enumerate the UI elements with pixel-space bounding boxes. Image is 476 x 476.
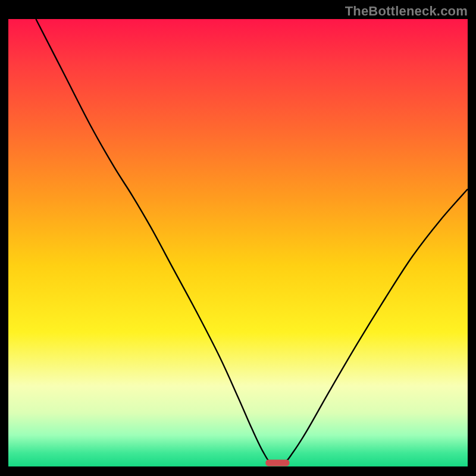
- plot-area: [8, 19, 468, 466]
- watermark-text: TheBottleneck.com: [345, 4, 468, 19]
- chart-frame: TheBottleneck.com: [0, 0, 476, 476]
- gradient-rect: [8, 19, 468, 466]
- chart-svg: [8, 19, 468, 466]
- minimum-marker: [265, 459, 289, 466]
